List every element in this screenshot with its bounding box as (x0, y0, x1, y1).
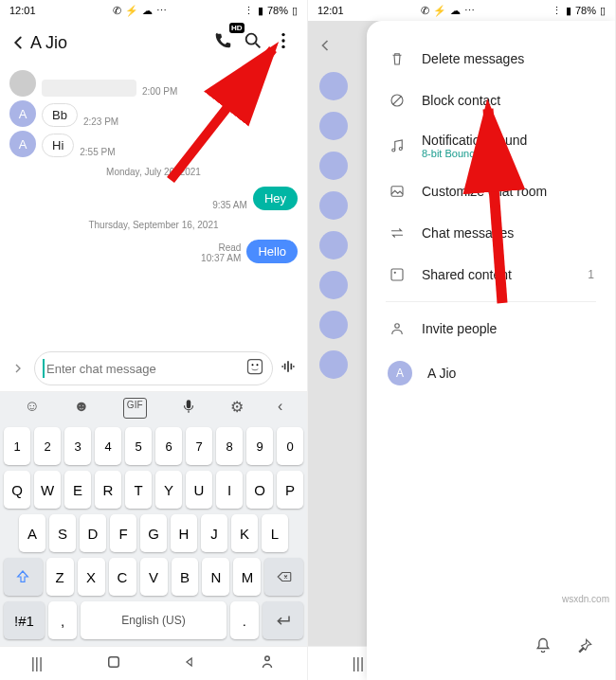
space-key[interactable]: English (US) (81, 601, 226, 639)
svg-point-6 (257, 364, 259, 366)
svg-rect-4 (248, 360, 263, 374)
key-e[interactable]: E (64, 471, 91, 509)
key-a[interactable]: A (19, 514, 45, 552)
key-z[interactable]: Z (46, 558, 74, 596)
key-1[interactable]: 1 (4, 427, 30, 465)
key-2[interactable]: 2 (34, 427, 61, 465)
key-s[interactable]: S (49, 514, 76, 552)
key-6[interactable]: 6 (155, 427, 182, 465)
key-g[interactable]: G (140, 514, 167, 552)
signal-icon: ▮ (258, 5, 263, 17)
key-b[interactable]: B (172, 558, 199, 596)
wifi-icon: ⋮ (244, 5, 254, 17)
note-icon (388, 136, 407, 155)
key-x[interactable]: X (78, 558, 105, 596)
input-bar (0, 346, 307, 391)
gif-icon[interactable]: GIF (123, 398, 147, 419)
key-t[interactable]: T (125, 471, 152, 509)
mic-icon[interactable] (180, 398, 197, 419)
key-5[interactable]: 5 (125, 427, 152, 465)
menu-delete-messages[interactable]: Delete messages (367, 38, 615, 80)
avatar: A (388, 361, 412, 385)
svg-point-12 (392, 149, 395, 152)
svg-point-3 (281, 45, 284, 48)
outgoing-message[interactable]: Hello (246, 240, 298, 263)
call-button[interactable]: HD (212, 30, 233, 55)
bell-icon[interactable] (534, 636, 553, 659)
key-p[interactable]: P (277, 471, 303, 509)
recents-button[interactable]: ||| (353, 655, 364, 672)
sticker-icon[interactable] (245, 357, 264, 380)
recents-button[interactable]: ||| (31, 655, 43, 672)
key-q[interactable]: Q (4, 471, 30, 509)
key-8[interactable]: 8 (216, 427, 243, 465)
pin-icon[interactable] (575, 636, 594, 659)
key-m[interactable]: M (233, 558, 261, 596)
incoming-message[interactable]: Hi (42, 134, 74, 157)
clock: 12:01 (317, 5, 344, 16)
menu-block-contact[interactable]: Block contact (367, 80, 615, 121)
shift-key[interactable] (4, 558, 43, 596)
key-3[interactable]: 3 (64, 427, 91, 465)
trash-icon (388, 49, 407, 68)
expand-icon[interactable]: ‹ (278, 398, 282, 419)
battery-pct: 78% (267, 5, 288, 16)
key-c[interactable]: C (109, 558, 136, 596)
person-icon (388, 319, 407, 338)
sticker-icon[interactable]: ☻ (74, 398, 90, 419)
keyboard-switch-button[interactable] (259, 653, 276, 674)
svg-point-1 (281, 33, 284, 36)
comma-key[interactable]: , (48, 601, 78, 639)
key-j[interactable]: J (201, 514, 227, 552)
number-row: 1234567890 (0, 424, 307, 468)
key-f[interactable]: F (110, 514, 136, 552)
key-d[interactable]: D (80, 514, 106, 552)
message-input[interactable] (34, 351, 273, 385)
back-nav-button[interactable] (184, 655, 197, 672)
menu-invite-people[interactable]: Invite people (367, 308, 615, 349)
symbols-key[interactable]: !#1 (4, 601, 45, 639)
key-y[interactable]: Y (155, 471, 182, 509)
menu-customize-chat[interactable]: Customize chat room (367, 170, 615, 212)
key-l[interactable]: L (262, 514, 288, 552)
right-screenshot: 12:01 ✆⚡☁⋯ ⋮▮78%▯ ||| Delete messages Bl… (308, 0, 616, 680)
options-menu: Delete messages Block contact Notificati… (367, 21, 615, 680)
menu-notification-sound[interactable]: Notification sound 8-bit Bounce (367, 121, 615, 170)
key-9[interactable]: 9 (246, 427, 273, 465)
key-n[interactable]: N (202, 558, 229, 596)
qwerty-row-2: ASDFGHJKL (0, 511, 307, 555)
key-o[interactable]: O (246, 471, 273, 509)
key-i[interactable]: I (216, 471, 243, 509)
gallery-icon (388, 265, 407, 284)
expand-button[interactable] (8, 361, 28, 376)
incoming-message[interactable]: Bb (42, 103, 78, 127)
svg-point-0 (246, 34, 257, 45)
key-w[interactable]: W (34, 471, 61, 509)
key-u[interactable]: U (186, 471, 212, 509)
settings-icon[interactable]: ⚙ (230, 398, 244, 419)
enter-key[interactable] (263, 601, 303, 639)
key-k[interactable]: K (231, 514, 258, 552)
svg-point-13 (399, 148, 402, 151)
home-button[interactable] (105, 653, 122, 674)
back-button[interactable] (6, 32, 30, 53)
key-7[interactable]: 7 (186, 427, 212, 465)
key-0[interactable]: 0 (277, 427, 303, 465)
key-v[interactable]: V (140, 558, 168, 596)
back-button[interactable] (316, 36, 335, 55)
key-r[interactable]: R (95, 471, 121, 509)
more-button[interactable] (273, 30, 294, 55)
menu-shared-content[interactable]: Shared content 1 (367, 254, 615, 295)
outgoing-message[interactable]: Hey (253, 187, 298, 210)
key-h[interactable]: H (171, 514, 197, 552)
period-key[interactable]: . (230, 601, 260, 639)
menu-chat-messages[interactable]: Chat messages (367, 212, 615, 254)
emoji-icon[interactable]: ☺ (25, 398, 40, 419)
backspace-key[interactable] (264, 558, 303, 596)
search-button[interactable] (243, 30, 263, 55)
key-4[interactable]: 4 (95, 427, 121, 465)
menu-contact[interactable]: A A Jio (367, 349, 615, 397)
svg-point-2 (281, 39, 284, 42)
voice-input-icon[interactable] (279, 357, 299, 380)
avatar: A (9, 131, 36, 157)
